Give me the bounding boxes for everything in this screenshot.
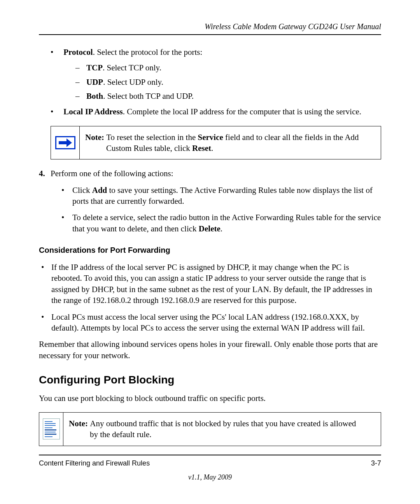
bullet-list-top: Protocol. Select the protocol for the po… bbox=[51, 47, 381, 117]
sub-delete: To delete a service, select the radio bu… bbox=[61, 212, 381, 234]
both-text: . Select both TCP and UDP. bbox=[103, 91, 194, 101]
protocol-label: Protocol bbox=[63, 47, 93, 57]
sub1-add-bold: Add bbox=[92, 186, 107, 195]
heading-port-blocking: Configuring Port Blocking bbox=[39, 373, 381, 387]
note2-line2: by the default rule. bbox=[90, 429, 356, 440]
local-ip-text: . Complete the local IP address for the … bbox=[123, 107, 361, 116]
page-header: Wireless Cable Modem Gateway CGD24G User… bbox=[39, 21, 381, 32]
sub2-delete-bold: Delete bbox=[199, 224, 220, 233]
both-bold: Both bbox=[86, 91, 103, 101]
step-number: 4. bbox=[39, 168, 51, 179]
page-footer: Content Filtering and Firewall Rules 3-7 bbox=[39, 458, 381, 468]
option-both: Both. Select both TCP and UDP. bbox=[75, 91, 381, 102]
note-line2c: . bbox=[211, 144, 213, 153]
note-box-default-rule: Note: Any outbound traffic that is not b… bbox=[39, 412, 381, 446]
note2-icon-cell bbox=[39, 413, 63, 446]
document-icon bbox=[43, 418, 60, 439]
header-rule bbox=[39, 34, 381, 35]
note2-text: Note: Any outbound traffic that is not b… bbox=[63, 413, 362, 446]
page: Wireless Cable Modem Gateway CGD24G User… bbox=[0, 0, 420, 497]
note-reset-bold: Reset bbox=[192, 144, 211, 153]
option-udp: UDP. Select UDP only. bbox=[75, 77, 381, 88]
bullet-local-ip: Local IP Address. Complete the local IP … bbox=[51, 106, 381, 117]
footer-rule bbox=[39, 455, 381, 455]
arrow-right-icon bbox=[55, 136, 75, 149]
note2-prefix: Note: bbox=[69, 419, 90, 428]
step-4: 4. Perform one of the following actions: bbox=[39, 168, 381, 179]
protocol-text: . Select the protocol for the ports: bbox=[93, 47, 203, 57]
footer-right: 3-7 bbox=[371, 458, 381, 468]
sub2c: . bbox=[220, 224, 222, 233]
note-service-bold: Service bbox=[198, 133, 223, 142]
note-line1c: field and to clear all the fields in the… bbox=[223, 133, 359, 142]
sub1c: to save your settings. The Active Forwar… bbox=[72, 186, 373, 206]
note2-line1: Any outbound traffic that is not blocked… bbox=[90, 419, 356, 428]
sub-add: Click Add to save your settings. The Act… bbox=[61, 185, 381, 207]
footer-left: Content Filtering and Firewall Rules bbox=[39, 458, 150, 468]
note-box-reset: Note: To reset the selection in the Serv… bbox=[51, 126, 381, 160]
bullet-protocol: Protocol. Select the protocol for the po… bbox=[51, 47, 381, 102]
note-icon-cell bbox=[51, 126, 80, 159]
protocol-options: TCP. Select TCP only. UDP. Select UDP on… bbox=[75, 62, 381, 102]
step-sub-list: Click Add to save your settings. The Act… bbox=[61, 185, 381, 234]
consider-2: Local PCs must access the local server u… bbox=[39, 312, 381, 334]
port-blocking-intro: You can use port blocking to block outbo… bbox=[39, 393, 381, 404]
udp-bold: UDP bbox=[86, 77, 103, 87]
local-ip-label: Local IP Address bbox=[63, 107, 122, 116]
consider-1: If the IP address of the local server PC… bbox=[39, 262, 381, 306]
tcp-bold: TCP bbox=[86, 63, 103, 72]
udp-text: . Select UDP only. bbox=[103, 77, 163, 87]
firewall-warning: Remember that allowing inbound services … bbox=[39, 339, 381, 361]
step-text: Perform one of the following actions: bbox=[51, 168, 381, 179]
sub1a: Click bbox=[72, 186, 92, 195]
note-prefix: Note: bbox=[85, 133, 106, 142]
note-line2a: Custom Rules table, click bbox=[106, 144, 192, 153]
heading-considerations: Considerations for Port Forwarding bbox=[39, 245, 381, 256]
footer-version: v1.1, May 2009 bbox=[39, 472, 381, 482]
considerations-list: If the IP address of the local server PC… bbox=[39, 262, 381, 333]
option-tcp: TCP. Select TCP only. bbox=[75, 62, 381, 73]
tcp-text: . Select TCP only. bbox=[103, 63, 161, 72]
note-text: Note: To reset the selection in the Serv… bbox=[80, 126, 364, 159]
note-line1a: To reset the selection in the bbox=[106, 133, 198, 142]
sub2a: To delete a service, select the radio bu… bbox=[72, 213, 381, 233]
